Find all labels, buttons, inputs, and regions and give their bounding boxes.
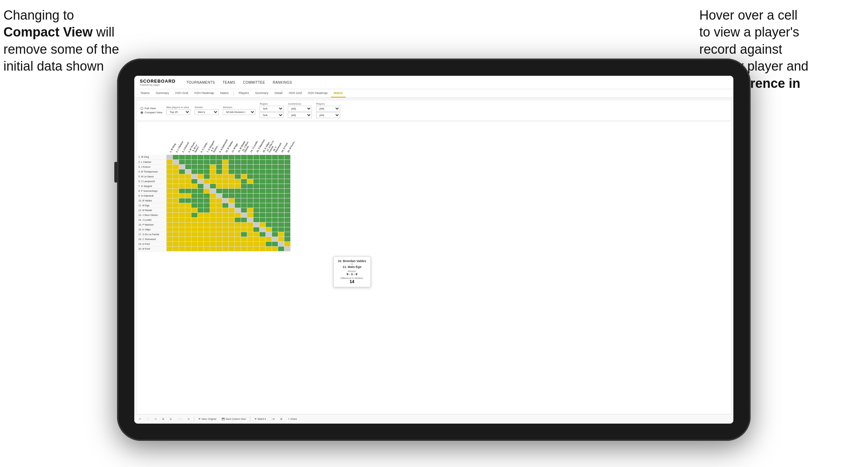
matrix-cell[interactable] (247, 237, 253, 241)
matrix-cell[interactable] (247, 198, 253, 203)
toolbar-back[interactable]: ← (145, 417, 150, 421)
matrix-cell[interactable] (166, 246, 172, 251)
matrix-cell[interactable] (210, 164, 216, 169)
matrix-cell[interactable] (247, 169, 253, 174)
nav-committee[interactable]: COMMITTEE (242, 79, 266, 86)
matrix-cell[interactable] (191, 246, 197, 251)
matrix-cell[interactable] (259, 203, 265, 208)
conference-select-1[interactable]: (All) (288, 106, 312, 112)
matrix-cell[interactable] (234, 193, 241, 198)
matrix-cell[interactable] (172, 169, 179, 174)
matrix-cell[interactable] (253, 241, 259, 246)
matrix-cell[interactable] (247, 241, 253, 246)
matrix-cell[interactable] (210, 174, 216, 179)
conference-select-2[interactable]: (All) (288, 112, 312, 118)
matrix-cell[interactable] (203, 188, 210, 193)
matrix-cell[interactable] (234, 188, 241, 193)
matrix-cell[interactable] (210, 237, 216, 241)
matrix-cell[interactable] (247, 222, 253, 227)
matrix-cell[interactable] (203, 232, 210, 237)
tab-players[interactable]: Players (236, 89, 252, 97)
matrix-cell[interactable] (216, 184, 222, 188)
matrix-cell[interactable] (216, 208, 222, 212)
matrix-cell[interactable] (179, 174, 185, 179)
matrix-cell[interactable] (172, 164, 179, 169)
matrix-cell[interactable] (197, 198, 203, 203)
matrix-cell[interactable] (185, 241, 191, 246)
matrix-cell[interactable] (253, 169, 259, 174)
matrix-cell[interactable] (241, 164, 247, 169)
matrix-cell[interactable] (278, 174, 284, 179)
tab-matrix-active[interactable]: Matrix (331, 89, 346, 97)
matrix-cell[interactable] (222, 159, 228, 164)
matrix-cell[interactable] (222, 222, 228, 227)
matrix-cell[interactable] (197, 222, 203, 227)
tab-summary-1[interactable]: Summary (153, 89, 172, 97)
matrix-cell[interactable] (259, 155, 265, 159)
matrix-cell[interactable] (172, 237, 179, 241)
matrix-cell[interactable] (185, 174, 191, 179)
matrix-cell[interactable] (179, 246, 185, 251)
matrix-cell[interactable] (210, 217, 216, 222)
matrix-cell[interactable] (222, 241, 228, 246)
matrix-cell[interactable] (166, 241, 172, 246)
matrix-cell[interactable] (197, 203, 203, 208)
matrix-cell[interactable] (265, 174, 272, 179)
matrix-cell[interactable] (278, 179, 284, 184)
matrix-cell[interactable] (234, 198, 241, 203)
matrix-cell[interactable] (203, 246, 210, 251)
matrix-cell[interactable] (185, 237, 191, 241)
matrix-cell[interactable] (247, 159, 253, 164)
matrix-cell[interactable] (241, 184, 247, 188)
tab-detail[interactable]: Detail (272, 89, 285, 97)
matrix-cell[interactable] (272, 198, 278, 203)
matrix-cell[interactable] (234, 179, 241, 184)
toolbar-redo[interactable]: ↪ (153, 417, 158, 421)
gender-select[interactable]: Men's (195, 109, 219, 115)
matrix-cell[interactable] (191, 174, 197, 179)
matrix-cell[interactable] (228, 169, 234, 174)
matrix-cell[interactable] (166, 237, 172, 241)
matrix-cell[interactable] (166, 174, 172, 179)
matrix-cell[interactable] (172, 241, 179, 246)
matrix-cell[interactable] (185, 188, 191, 193)
matrix-cell[interactable] (222, 169, 228, 174)
matrix-cell[interactable] (191, 212, 197, 217)
matrix-cell[interactable] (284, 188, 290, 193)
tab-h2h-heatmap-1[interactable]: H2H Heatmap (192, 89, 217, 97)
matrix-cell[interactable] (191, 164, 197, 169)
matrix-cell[interactable] (241, 193, 247, 198)
matrix-cell[interactable] (241, 208, 247, 212)
matrix-cell[interactable] (278, 241, 284, 246)
matrix-cell[interactable] (253, 159, 259, 164)
matrix-cell[interactable] (265, 159, 272, 164)
matrix-cell[interactable] (228, 246, 234, 251)
nav-teams[interactable]: TEAMS (222, 79, 236, 86)
matrix-cell[interactable] (222, 232, 228, 237)
matrix-cell[interactable] (228, 155, 234, 159)
matrix-cell[interactable] (272, 246, 278, 251)
matrix-cell[interactable] (241, 241, 247, 246)
matrix-cell[interactable] (222, 198, 228, 203)
matrix-cell[interactable] (265, 217, 272, 222)
matrix-cell[interactable] (259, 222, 265, 227)
matrix-cell[interactable] (228, 164, 234, 169)
matrix-cell[interactable] (278, 232, 284, 237)
matrix-cell[interactable] (253, 164, 259, 169)
matrix-cell[interactable] (234, 246, 241, 251)
compact-view-radio[interactable]: Compact View (140, 111, 162, 114)
matrix-cell[interactable] (265, 155, 272, 159)
matrix-cell[interactable] (191, 179, 197, 184)
matrix-cell[interactable] (234, 237, 241, 241)
matrix-cell[interactable] (222, 208, 228, 212)
matrix-cell[interactable] (210, 184, 216, 188)
matrix-cell[interactable] (179, 237, 185, 241)
matrix-cell[interactable] (259, 193, 265, 198)
matrix-cell[interactable] (210, 212, 216, 217)
matrix-cell[interactable] (259, 237, 265, 241)
matrix-cell[interactable] (191, 208, 197, 212)
matrix-cell[interactable] (272, 208, 278, 212)
matrix-cell[interactable] (234, 227, 241, 232)
matrix-cell[interactable] (216, 222, 222, 227)
matrix-cell[interactable] (179, 198, 185, 203)
